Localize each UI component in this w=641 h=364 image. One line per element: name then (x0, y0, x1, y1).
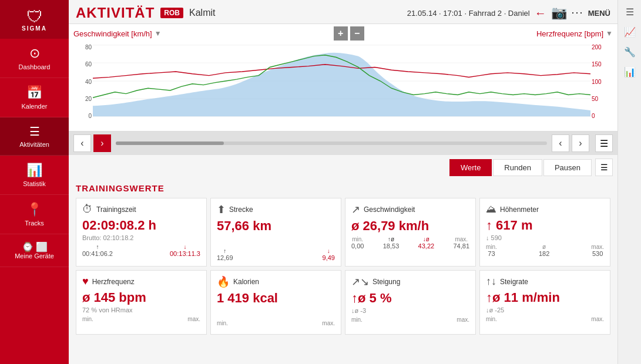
sidebar-item-aktivitaeten[interactable]: ☰ Aktivitäten (0, 117, 69, 156)
card-header-steigrate: ↑↓ Steigrate (486, 275, 604, 288)
right-icon-data[interactable]: 📊 (620, 62, 639, 81)
tab-werte[interactable]: Werte (449, 159, 492, 176)
sidebar-item-meine-geraete[interactable]: ⌚ ⬜ Meine Geräte (0, 234, 69, 267)
cards-grid: ⏱ Trainingszeit 02:09:08.2 h Brutto: 02:… (76, 198, 610, 335)
chart-dropdown-icon[interactable]: ▼ (155, 29, 162, 38)
gesch-max: max. 74,81 (453, 236, 469, 250)
hoeh-min: min. 73 (486, 244, 497, 257)
hoeh-avg: ø 182 (539, 244, 549, 257)
nav-marker[interactable]: › (93, 134, 111, 152)
watch-icon: ⌚ (22, 241, 33, 252)
sidebar-item-dashboard[interactable]: ⊙ Dashboard (0, 39, 69, 78)
herzfrequenz-icon: ♥ (82, 275, 89, 288)
y-axis-left: 80 60 40 20 0 (72, 43, 93, 131)
trainingszeit-sub: Brutto: 02:10:18.2 (82, 234, 200, 241)
back-icon[interactable]: ← (535, 6, 546, 20)
steigung-icon: ↗↘ (351, 275, 369, 288)
steigung-footer: min. max. (351, 316, 469, 323)
zoom-out-button[interactable]: − (350, 26, 364, 41)
nav-track-fill (116, 141, 224, 145)
main-content: AKTIVITÄT ROB Kalmit 21.05.14 · 17:01 · … (69, 0, 617, 364)
steigrate-footer: min. max. (486, 316, 604, 322)
trainingszeit-icon: ⏱ (82, 203, 93, 215)
menu-label[interactable]: MENÜ (588, 9, 610, 18)
zoom-in-button[interactable]: + (334, 26, 348, 41)
right-sidebar: ☰ 📈 🔧 📊 (617, 0, 641, 364)
training-title: TRAININGSWERTE (76, 183, 610, 193)
chart-right-dropdown-icon[interactable]: ▼ (606, 29, 613, 38)
card-header-strecke: ⬆ Strecke (217, 203, 335, 216)
sidebar-label-tracks: Tracks (25, 220, 44, 227)
steigrate-label: Steigrate (500, 278, 528, 286)
sigma-logo: 🛡 SIGMA (0, 0, 69, 39)
trainingszeit-down: ↓ 00:13:11.3 (170, 244, 200, 257)
nav-prev-button[interactable]: ‹ (73, 134, 91, 152)
herzfrequenz-value: ø 145 bpm (82, 290, 200, 305)
herzfrequenz-label: Herzfrequenz (92, 278, 135, 286)
strecke-footer: ↑ 12,69 ↓ 9,49 (217, 248, 335, 261)
tab-pausen[interactable]: Pausen (543, 159, 592, 176)
sidebar-label-aktivitaeten: Aktivitäten (19, 141, 49, 148)
right-icon-menu[interactable]: ☰ (620, 2, 639, 21)
card-steigrate: ↑↓ Steigrate ↑ø 11 m/min ↓ø -25 min. max… (479, 270, 610, 335)
kalorien-label: Kalorien (233, 278, 259, 286)
geschwindigkeit-icon: ↗ (351, 203, 360, 216)
header-left: AKTIVITÄT ROB Kalmit (76, 5, 215, 21)
kalender-icon: 📅 (26, 85, 42, 100)
camera-icon[interactable]: 📷 (551, 5, 567, 21)
steigung-value: ↑ø 5 % (351, 291, 469, 306)
tab-menu-icon[interactable]: ☰ (595, 159, 613, 176)
strecke-down: ↓ 9,49 (323, 248, 335, 261)
card-header-steigung: ↗↘ Steigung (351, 275, 469, 288)
card-steigung: ↗↘ Steigung ↑ø 5 % ↓ø -3 min. max. (345, 270, 476, 335)
hoeh-max: max. 530 (591, 244, 604, 257)
gesch-down-avg: ↓ø 43,22 (418, 236, 435, 250)
sidebar-item-tracks[interactable]: 📍 Tracks (0, 195, 69, 234)
sidebar-label-kalender: Kalender (21, 103, 47, 110)
card-header-geschwindigkeit: ↗ Geschwindigkeit (351, 203, 469, 216)
chart-header: Geschwindigkeit [km/h] ▼ + − Herzfrequen… (69, 24, 617, 43)
tracks-icon: 📍 (26, 202, 42, 217)
sidebar-label-dashboard: Dashboard (19, 63, 51, 70)
herzfrequenz-footer: min. max. (82, 316, 200, 322)
card-header-trainingszeit: ⏱ Trainingszeit (82, 203, 200, 215)
aktivitaeten-icon: ☰ (29, 124, 40, 139)
strecke-label: Strecke (229, 205, 253, 214)
card-header-herzfrequenz: ♥ Herzfrequenz (82, 275, 200, 288)
sidebar-item-kalender[interactable]: 📅 Kalender (0, 78, 69, 117)
strecke-value: 57,66 km (217, 218, 335, 234)
trainingszeit-up: ↑ 00:41:06.2 (82, 244, 113, 257)
nav-strip: ‹ › ‹ › ☰ (69, 132, 617, 155)
tab-runden[interactable]: Runden (493, 159, 542, 176)
chart-zoom-controls: + − (334, 26, 364, 41)
training-section: TRAININGSWERTE ⏱ Trainingszeit 02:09:08.… (69, 180, 617, 337)
right-icon-settings[interactable]: 🔧 (620, 42, 639, 61)
card-trainingszeit: ⏱ Trainingszeit 02:09:08.2 h Brutto: 02:… (76, 198, 207, 267)
device-icon: ⬜ (36, 241, 48, 252)
trainingszeit-footer: ↑ 00:41:06.2 ↓ 00:13:11.3 (82, 244, 200, 257)
hoehenmeter-label: Höhenmeter (500, 205, 539, 214)
geschwindigkeit-label: Geschwindigkeit (364, 205, 415, 214)
card-kalorien: 🔥 Kalorien 1 419 kcal min. max. (210, 270, 341, 335)
right-icon-chart[interactable]: 📈 (620, 22, 639, 41)
nav-menu-icon[interactable]: ☰ (595, 134, 613, 152)
meine-geraete-icons: ⌚ ⬜ (22, 241, 48, 252)
kalorien-icon: 🔥 (217, 275, 230, 288)
gesch-min: min. 0,00 (351, 236, 364, 250)
hoehenmeter-value: ↑ 617 m (486, 218, 604, 233)
hoehenmeter-icon: ⛰ (486, 203, 496, 215)
steigung-label: Steigung (372, 278, 400, 286)
geschwindigkeit-footer: min. 0,00 ↑ø 18,53 ↓ø 43,22 max. 74,81 (351, 236, 469, 250)
chart-right-label: Herzfrequenz [bpm] ▼ (536, 29, 613, 38)
nav-next-prev[interactable]: ‹ (552, 134, 569, 152)
hoehenmeter-sub: ↓ 590 (486, 234, 604, 241)
speed-label: Geschwindigkeit [km/h] (73, 29, 152, 38)
kalorien-footer: min. max. (217, 320, 335, 326)
chart-with-axes: 80 60 40 20 0 (69, 43, 617, 131)
herzfrequenz-sub: 72 % von HRmax (82, 306, 200, 314)
nav-next-button[interactable]: › (572, 134, 589, 152)
sidebar-item-statistik[interactable]: 📊 Statistik (0, 156, 69, 195)
more-options-icon[interactable]: ⋮ (570, 7, 585, 19)
card-header-hoehenmeter: ⛰ Höhenmeter (486, 203, 604, 215)
statistik-icon: 📊 (26, 163, 42, 178)
